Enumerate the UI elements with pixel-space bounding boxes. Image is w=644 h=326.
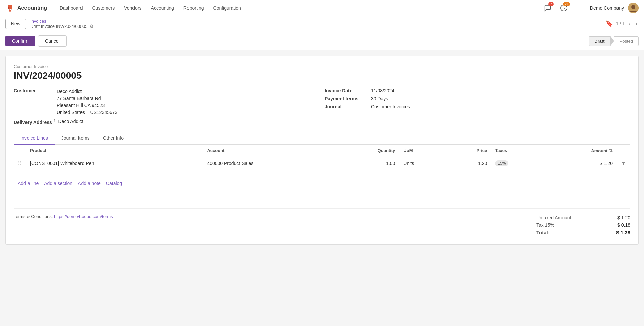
- untaxed-value: $ 1.20: [617, 215, 630, 220]
- breadcrumb-parent[interactable]: Invoices: [30, 19, 94, 24]
- main-content: Customer Invoice INV/2024/00005 Customer…: [0, 50, 644, 250]
- navbar: Accounting Dashboard Customers Vendors A…: [0, 0, 644, 16]
- payment-terms-label: Payment terms: [325, 96, 368, 101]
- total-value: $ 1.38: [616, 230, 630, 235]
- col-taxes: Taxes: [491, 145, 544, 157]
- total-row: Total: $ 1.38: [536, 229, 630, 236]
- apps-icon: [576, 4, 584, 12]
- untaxed-label: Untaxed Amount:: [536, 215, 572, 220]
- row-account[interactable]: 400000 Product Sales: [203, 157, 336, 170]
- tax-value: $ 0.18: [617, 222, 630, 228]
- buttons-row: Confirm Cancel Draft Posted: [0, 32, 644, 50]
- card-spacer: [14, 189, 630, 203]
- journal-value[interactable]: Customer Invoices: [371, 104, 410, 109]
- nav-vendors[interactable]: Vendors: [119, 0, 146, 16]
- brand-logo-icon: [5, 3, 15, 13]
- apps-button[interactable]: [574, 2, 586, 14]
- journal-label: Journal: [325, 104, 368, 109]
- row-uom[interactable]: Units: [399, 157, 445, 170]
- row-taxes[interactable]: 15%: [491, 157, 544, 170]
- drag-handle-icon[interactable]: ⠿: [18, 161, 22, 166]
- nav-dashboard[interactable]: Dashboard: [55, 0, 88, 16]
- customer-field: Customer Deco Addict 77 Santa Barbara Rd…: [14, 88, 319, 116]
- activities-button[interactable]: 22: [558, 2, 570, 14]
- tax-badge: 15%: [495, 160, 508, 166]
- cancel-button[interactable]: Cancel: [38, 35, 67, 47]
- breadcrumb: Invoices Draft Invoice INV/2024/00005 ⚙: [30, 19, 94, 29]
- bookmark-button[interactable]: 🔖: [606, 20, 613, 28]
- svg-point-5: [631, 5, 635, 9]
- nav-reporting[interactable]: Reporting: [179, 0, 209, 16]
- terms: Terms & Conditions: https://demo4.odoo.c…: [14, 214, 113, 219]
- row-amount[interactable]: $ 1.20: [544, 157, 617, 170]
- row-product[interactable]: [CONS_0001] Whiteboard Pen: [26, 157, 203, 170]
- status-bar: Draft Posted: [589, 36, 639, 46]
- col-quantity: Quantity: [336, 145, 399, 157]
- status-draft[interactable]: Draft: [589, 36, 610, 46]
- amount-sort-icon[interactable]: ⇅: [609, 148, 613, 153]
- next-button[interactable]: ›: [634, 20, 639, 28]
- breadcrumb-current: Draft Invoice INV/2024/00005 ⚙: [30, 24, 94, 29]
- brand: Accounting: [5, 3, 47, 13]
- prev-button[interactable]: ‹: [627, 20, 631, 28]
- meta-left: Customer Deco Addict 77 Santa Barbara Rd…: [14, 88, 319, 125]
- messages-badge: 7: [548, 2, 554, 6]
- col-product: Product: [26, 145, 203, 157]
- nav-accounting[interactable]: Accounting: [146, 0, 179, 16]
- col-price: Price: [445, 145, 491, 157]
- customer-value[interactable]: Deco Addict 77 Santa Barbara Rd Pleasant…: [57, 88, 117, 116]
- row-quantity[interactable]: 1.00: [336, 157, 399, 170]
- col-amount: Amount ⇅: [544, 145, 617, 157]
- delivery-value[interactable]: Deco Addict: [58, 119, 84, 124]
- navbar-right: 7 22 Demo Company: [542, 2, 639, 14]
- customer-label: Customer: [14, 88, 54, 93]
- add-section-link[interactable]: Add a section: [44, 181, 72, 186]
- tax-label: Tax 15%:: [536, 222, 556, 228]
- row-price[interactable]: 1.20: [445, 157, 491, 170]
- avatar-image: [628, 3, 639, 13]
- pagination: 1 / 1: [616, 21, 624, 26]
- add-line-link[interactable]: Add a line: [18, 181, 39, 186]
- row-delete[interactable]: 🗑: [617, 157, 630, 170]
- col-uom: UoM: [399, 145, 445, 157]
- col-handle: [14, 145, 26, 157]
- status-arrow-icon: [610, 36, 614, 46]
- delete-row-icon[interactable]: 🗑: [621, 160, 626, 166]
- untaxed-row: Untaxed Amount: $ 1.20: [536, 214, 630, 221]
- gear-icon[interactable]: ⚙: [90, 24, 94, 29]
- invoice-date-value[interactable]: 11/08/2024: [371, 88, 394, 93]
- total-label: Total:: [536, 230, 550, 235]
- company-name: Demo Company: [590, 5, 624, 11]
- new-button[interactable]: New: [5, 19, 26, 29]
- tab-invoice-lines[interactable]: Invoice Lines: [14, 132, 55, 145]
- nav-customers[interactable]: Customers: [88, 0, 120, 16]
- col-delete: [617, 145, 630, 157]
- invoice-card: Customer Invoice INV/2024/00005 Customer…: [5, 56, 639, 245]
- invoice-date-field: Invoice Date 11/08/2024: [325, 88, 630, 93]
- svg-point-0: [9, 10, 11, 12]
- catalog-link[interactable]: Catalog: [106, 181, 122, 186]
- brand-name: Accounting: [17, 5, 47, 11]
- invoice-table: Product Account Quantity UoM Price: [14, 145, 630, 177]
- payment-terms-field: Payment terms 30 Days: [325, 96, 630, 101]
- help-icon[interactable]: ?: [53, 119, 56, 123]
- status-posted[interactable]: Posted: [614, 36, 639, 46]
- tab-other-info[interactable]: Other Info: [96, 132, 130, 145]
- delivery-field: Delivery Address ? Deco Addict: [14, 119, 319, 125]
- payment-terms-value[interactable]: 30 Days: [371, 96, 388, 101]
- row-handle[interactable]: ⠿: [14, 157, 26, 170]
- messages-button[interactable]: 7: [542, 2, 554, 14]
- user-avatar[interactable]: [628, 3, 639, 13]
- nav-configuration[interactable]: Configuration: [209, 0, 246, 16]
- journal-field: Journal Customer Invoices: [325, 104, 630, 109]
- action-bar-right: 🔖 1 / 1 ‹ ›: [606, 20, 639, 28]
- invoice-type: Customer Invoice: [14, 64, 630, 69]
- invoice-meta: Customer Deco Addict 77 Santa Barbara Rd…: [14, 88, 630, 125]
- tab-journal-items[interactable]: Journal Items: [55, 132, 96, 145]
- col-account: Account: [203, 145, 336, 157]
- table-header: Product Account Quantity UoM Price: [14, 145, 630, 157]
- add-note-link[interactable]: Add a note: [78, 181, 101, 186]
- action-bar: New Invoices Draft Invoice INV/2024/0000…: [0, 16, 644, 32]
- totals: Untaxed Amount: $ 1.20 Tax 15%: $ 0.18 T…: [536, 214, 630, 236]
- confirm-button[interactable]: Confirm: [5, 36, 35, 46]
